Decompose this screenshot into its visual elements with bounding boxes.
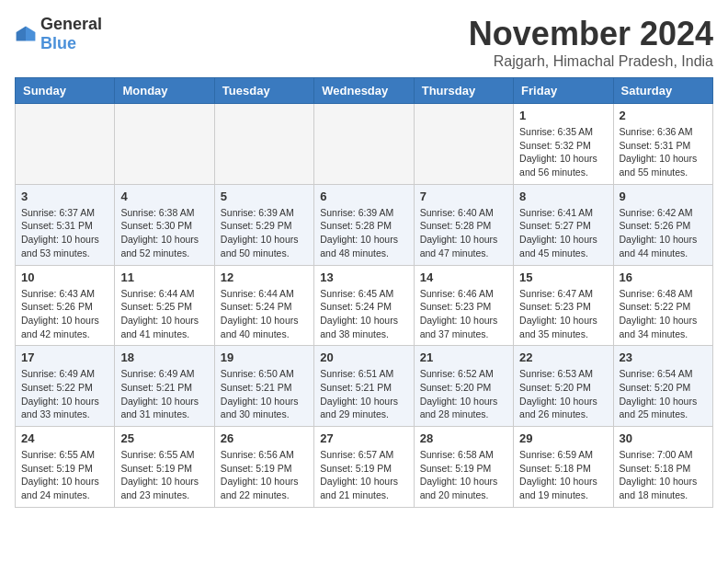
weekday-header-tuesday: Tuesday — [214, 78, 313, 104]
calendar-cell: 11Sunrise: 6:44 AM Sunset: 5:25 PM Dayli… — [115, 265, 214, 346]
day-number: 9 — [620, 190, 707, 203]
calendar-cell: 25Sunrise: 6:55 AM Sunset: 5:19 PM Dayli… — [115, 427, 214, 508]
day-number: 25 — [120, 431, 208, 445]
general-blue-icon — [15, 25, 37, 43]
day-number: 8 — [519, 190, 607, 203]
calendar-cell: 19Sunrise: 6:50 AM Sunset: 5:21 PM Dayli… — [214, 346, 313, 427]
calendar-cell: 1Sunrise: 6:35 AM Sunset: 5:32 PM Daylig… — [514, 104, 613, 185]
calendar-cell: 29Sunrise: 6:59 AM Sunset: 5:18 PM Dayli… — [514, 427, 613, 508]
day-info: Sunrise: 6:55 AM Sunset: 5:19 PM Dayligh… — [120, 448, 208, 502]
day-number: 3 — [21, 190, 108, 203]
calendar-cell: 26Sunrise: 6:56 AM Sunset: 5:19 PM Dayli… — [214, 427, 313, 508]
calendar-cell: 24Sunrise: 6:55 AM Sunset: 5:19 PM Dayli… — [16, 427, 115, 508]
day-info: Sunrise: 6:56 AM Sunset: 5:19 PM Dayligh… — [221, 448, 308, 502]
calendar-week-row: 1Sunrise: 6:35 AM Sunset: 5:32 PM Daylig… — [16, 104, 713, 185]
calendar-week-row: 3Sunrise: 6:37 AM Sunset: 5:31 PM Daylig… — [16, 184, 713, 265]
day-number: 18 — [120, 350, 208, 364]
day-info: Sunrise: 6:44 AM Sunset: 5:24 PM Dayligh… — [221, 287, 308, 341]
day-info: Sunrise: 6:48 AM Sunset: 5:22 PM Dayligh… — [620, 287, 707, 341]
day-info: Sunrise: 6:43 AM Sunset: 5:26 PM Dayligh… — [21, 287, 108, 341]
day-number: 17 — [21, 350, 108, 364]
weekday-header-monday: Monday — [115, 78, 214, 104]
day-info: Sunrise: 6:37 AM Sunset: 5:31 PM Dayligh… — [21, 206, 108, 260]
day-number: 5 — [221, 190, 308, 203]
calendar-cell: 6Sunrise: 6:39 AM Sunset: 5:28 PM Daylig… — [314, 184, 414, 265]
calendar-cell: 15Sunrise: 6:47 AM Sunset: 5:23 PM Dayli… — [514, 265, 613, 346]
day-info: Sunrise: 6:53 AM Sunset: 5:20 PM Dayligh… — [519, 367, 607, 421]
calendar-cell: 12Sunrise: 6:44 AM Sunset: 5:24 PM Dayli… — [214, 265, 313, 346]
title-block: November 2024 Rajgarh, Himachal Pradesh,… — [469, 15, 713, 70]
day-number: 15 — [519, 270, 607, 284]
day-info: Sunrise: 6:57 AM Sunset: 5:19 PM Dayligh… — [320, 448, 407, 502]
month-title: November 2024 — [469, 15, 713, 53]
calendar-week-row: 24Sunrise: 6:55 AM Sunset: 5:19 PM Dayli… — [16, 427, 713, 508]
day-info: Sunrise: 6:49 AM Sunset: 5:22 PM Dayligh… — [21, 367, 108, 421]
weekday-header-row: SundayMondayTuesdayWednesdayThursdayFrid… — [16, 78, 713, 104]
weekday-header-thursday: Thursday — [414, 78, 513, 104]
day-number: 21 — [420, 350, 507, 364]
calendar-cell: 23Sunrise: 6:54 AM Sunset: 5:20 PM Dayli… — [613, 346, 712, 427]
day-info: Sunrise: 6:50 AM Sunset: 5:21 PM Dayligh… — [221, 367, 308, 421]
calendar-cell — [115, 104, 214, 185]
day-info: Sunrise: 6:42 AM Sunset: 5:26 PM Dayligh… — [620, 206, 707, 260]
day-number: 29 — [519, 431, 607, 445]
weekday-header-friday: Friday — [514, 78, 613, 104]
day-info: Sunrise: 6:35 AM Sunset: 5:32 PM Dayligh… — [519, 125, 607, 179]
day-number: 6 — [320, 190, 407, 203]
calendar-cell: 13Sunrise: 6:45 AM Sunset: 5:24 PM Dayli… — [314, 265, 414, 346]
day-info: Sunrise: 6:59 AM Sunset: 5:18 PM Dayligh… — [519, 448, 607, 502]
svg-marker-0 — [26, 27, 35, 41]
day-info: Sunrise: 6:41 AM Sunset: 5:27 PM Dayligh… — [519, 206, 607, 260]
day-number: 10 — [21, 270, 108, 284]
day-info: Sunrise: 6:46 AM Sunset: 5:23 PM Dayligh… — [420, 287, 507, 341]
day-info: Sunrise: 6:38 AM Sunset: 5:30 PM Dayligh… — [120, 206, 208, 260]
calendar-cell — [214, 104, 313, 185]
calendar-cell: 5Sunrise: 6:39 AM Sunset: 5:29 PM Daylig… — [214, 184, 313, 265]
calendar-week-row: 10Sunrise: 6:43 AM Sunset: 5:26 PM Dayli… — [16, 265, 713, 346]
calendar-cell: 3Sunrise: 6:37 AM Sunset: 5:31 PM Daylig… — [16, 184, 115, 265]
header: General Blue November 2024 Rajgarh, Hima… — [15, 15, 713, 70]
calendar-table: SundayMondayTuesdayWednesdayThursdayFrid… — [15, 77, 713, 508]
calendar-cell: 17Sunrise: 6:49 AM Sunset: 5:22 PM Dayli… — [16, 346, 115, 427]
logo: General Blue — [15, 15, 102, 53]
logo-general: General — [40, 15, 102, 33]
calendar-cell: 28Sunrise: 6:58 AM Sunset: 5:19 PM Dayli… — [414, 427, 513, 508]
day-info: Sunrise: 6:51 AM Sunset: 5:21 PM Dayligh… — [320, 367, 407, 421]
calendar-cell: 21Sunrise: 6:52 AM Sunset: 5:20 PM Dayli… — [414, 346, 513, 427]
calendar-cell: 2Sunrise: 6:36 AM Sunset: 5:31 PM Daylig… — [613, 104, 712, 185]
day-info: Sunrise: 6:36 AM Sunset: 5:31 PM Dayligh… — [620, 125, 707, 179]
day-number: 7 — [420, 190, 507, 203]
calendar-cell: 8Sunrise: 6:41 AM Sunset: 5:27 PM Daylig… — [514, 184, 613, 265]
day-info: Sunrise: 6:44 AM Sunset: 5:25 PM Dayligh… — [120, 287, 208, 341]
day-number: 28 — [420, 431, 507, 445]
day-number: 20 — [320, 350, 407, 364]
day-number: 16 — [620, 270, 707, 284]
location-title: Rajgarh, Himachal Pradesh, India — [469, 53, 713, 70]
day-number: 1 — [519, 109, 607, 122]
calendar-cell: 27Sunrise: 6:57 AM Sunset: 5:19 PM Dayli… — [314, 427, 414, 508]
calendar-cell — [16, 104, 115, 185]
day-info: Sunrise: 6:49 AM Sunset: 5:21 PM Dayligh… — [120, 367, 208, 421]
day-info: Sunrise: 6:47 AM Sunset: 5:23 PM Dayligh… — [519, 287, 607, 341]
day-info: Sunrise: 6:54 AM Sunset: 5:20 PM Dayligh… — [620, 367, 707, 421]
day-number: 23 — [620, 350, 707, 364]
calendar-cell — [414, 104, 513, 185]
calendar-cell: 18Sunrise: 6:49 AM Sunset: 5:21 PM Dayli… — [115, 346, 214, 427]
day-info: Sunrise: 6:39 AM Sunset: 5:28 PM Dayligh… — [320, 206, 407, 260]
day-info: Sunrise: 7:00 AM Sunset: 5:18 PM Dayligh… — [620, 448, 707, 502]
weekday-header-saturday: Saturday — [613, 78, 712, 104]
calendar-cell: 7Sunrise: 6:40 AM Sunset: 5:28 PM Daylig… — [414, 184, 513, 265]
day-number: 11 — [120, 270, 208, 284]
calendar-cell: 22Sunrise: 6:53 AM Sunset: 5:20 PM Dayli… — [514, 346, 613, 427]
day-number: 2 — [620, 109, 707, 122]
day-number: 4 — [120, 190, 208, 203]
calendar-cell: 16Sunrise: 6:48 AM Sunset: 5:22 PM Dayli… — [613, 265, 712, 346]
day-info: Sunrise: 6:40 AM Sunset: 5:28 PM Dayligh… — [420, 206, 507, 260]
day-info: Sunrise: 6:55 AM Sunset: 5:19 PM Dayligh… — [21, 448, 108, 502]
calendar-week-row: 17Sunrise: 6:49 AM Sunset: 5:22 PM Dayli… — [16, 346, 713, 427]
day-number: 14 — [420, 270, 507, 284]
weekday-header-sunday: Sunday — [16, 78, 115, 104]
logo-blue: Blue — [40, 34, 76, 52]
day-info: Sunrise: 6:39 AM Sunset: 5:29 PM Dayligh… — [221, 206, 308, 260]
calendar-cell: 9Sunrise: 6:42 AM Sunset: 5:26 PM Daylig… — [613, 184, 712, 265]
